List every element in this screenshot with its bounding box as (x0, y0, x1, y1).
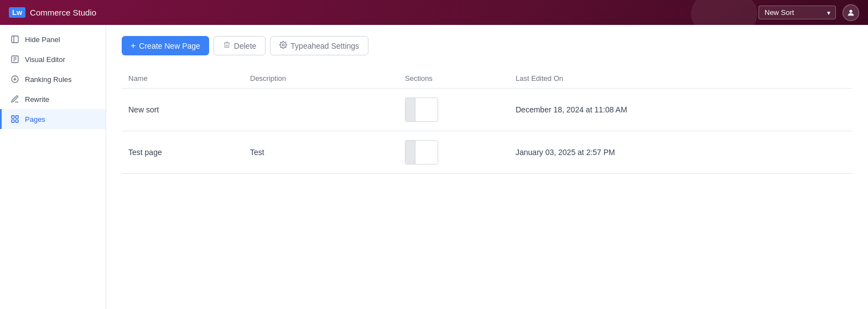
sidebar-item-pages[interactable]: Pages (0, 109, 106, 129)
app-body: Hide Panel Visual Editor Ranking Rules (0, 25, 868, 309)
column-header-description: Description (243, 69, 398, 89)
sidebar-item-rewrite-label: Rewrite (25, 95, 49, 104)
toolbar: + Create New Page Delete (122, 36, 853, 55)
app-header: Lw Commerce Studio New SortOld SortA-ZZ-… (0, 0, 868, 25)
section-thumbnail (405, 97, 438, 122)
panel-icon (11, 35, 19, 44)
logo-badge: Lw (9, 7, 25, 18)
typeahead-settings-button[interactable]: Typeahead Settings (270, 36, 368, 55)
row-1-last-edited: December 18, 2024 at 11:08 AM (509, 89, 853, 131)
sidebar-item-hide-panel-label: Hide Panel (25, 35, 60, 44)
sidebar-item-ranking-rules-label: Ranking Rules (25, 75, 72, 84)
row-2-name: Test page (122, 131, 243, 174)
sidebar-item-hide-panel[interactable]: Hide Panel (0, 29, 106, 49)
svg-point-12 (283, 44, 285, 46)
thumbnail-right-panel (415, 141, 438, 164)
app-title: Commerce Studio (30, 8, 96, 17)
row-1-sections (398, 89, 509, 131)
sidebar-item-visual-editor-label: Visual Editor (25, 55, 65, 64)
plus-icon: + (131, 41, 136, 51)
header-decoration (691, 0, 757, 25)
section-thumbnail (405, 140, 438, 164)
row-2-description: Test (243, 131, 398, 174)
svg-rect-10 (12, 120, 14, 122)
row-2-sections (398, 131, 509, 174)
svg-rect-1 (12, 36, 18, 43)
rewrite-icon (11, 95, 19, 104)
sidebar-item-rewrite[interactable]: Rewrite (0, 89, 106, 109)
column-header-last-edited: Last Edited On (509, 69, 853, 89)
sidebar-item-visual-editor[interactable]: Visual Editor (0, 49, 106, 69)
svg-rect-11 (15, 120, 18, 122)
svg-rect-8 (12, 116, 14, 119)
thumbnail-right-panel (415, 98, 438, 121)
trash-icon (223, 41, 231, 50)
editor-icon (11, 55, 19, 64)
column-header-sections: Sections (398, 69, 509, 89)
user-avatar[interactable] (843, 4, 859, 21)
delete-button[interactable]: Delete (214, 36, 266, 55)
ranking-icon (11, 75, 19, 84)
sort-dropdown[interactable]: New SortOld SortA-ZZ-A (758, 6, 836, 19)
table-row[interactable]: New sort December 18, 2024 at 11:08 AM (122, 89, 853, 131)
gear-icon (279, 41, 287, 50)
header-right: New SortOld SortA-ZZ-A ▼ (758, 4, 859, 21)
pages-table: Name Description Sections Last Edited On… (122, 69, 853, 174)
svg-point-0 (849, 9, 852, 12)
table-row[interactable]: Test page Test January 03, 2025 at 2:57 … (122, 131, 853, 174)
thumbnail-left-panel (406, 98, 415, 121)
sidebar: Hide Panel Visual Editor Ranking Rules (0, 25, 106, 309)
main-content: + Create New Page Delete (106, 25, 868, 309)
svg-rect-9 (15, 116, 18, 119)
thumbnail-left-panel (406, 141, 415, 164)
sort-dropdown-wrapper[interactable]: New SortOld SortA-ZZ-A ▼ (758, 6, 836, 19)
column-header-name: Name (122, 69, 243, 89)
row-1-name: New sort (122, 89, 243, 131)
sidebar-item-pages-label: Pages (25, 115, 45, 123)
row-2-last-edited: January 03, 2025 at 2:57 PM (509, 131, 853, 174)
pages-icon (11, 115, 19, 123)
row-1-description (243, 89, 398, 131)
sidebar-item-ranking-rules[interactable]: Ranking Rules (0, 69, 106, 89)
create-new-page-button[interactable]: + Create New Page (122, 36, 209, 55)
